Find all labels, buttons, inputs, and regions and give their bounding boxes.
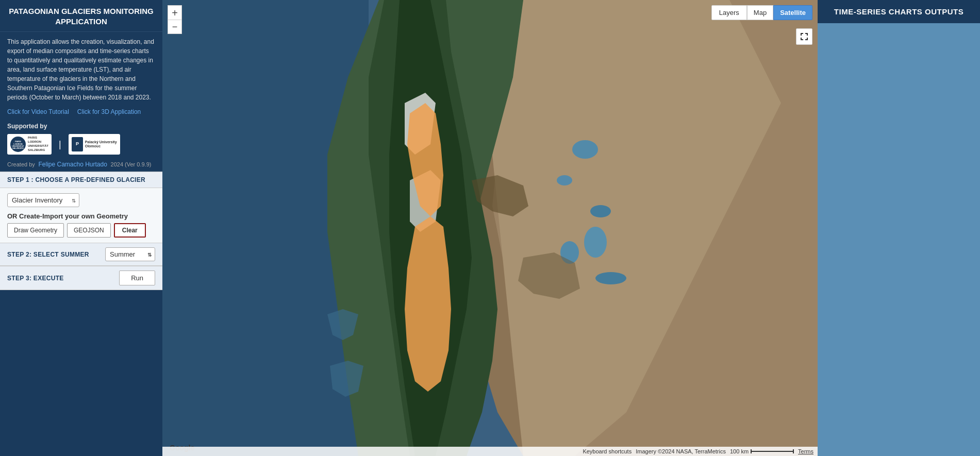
zoom-in-button[interactable]: + (168, 5, 182, 20)
geojson-button[interactable]: GEOJSON (67, 223, 111, 238)
zoom-out-button[interactable]: − (168, 20, 182, 34)
layers-button[interactable]: Layers (711, 5, 747, 20)
scale-bar: 100 km (730, 448, 794, 454)
step1-header: STEP 1 : CHOOSE A PRE-DEFINED GLACIER (0, 172, 162, 188)
satellite-view-button[interactable]: Satellite (773, 5, 812, 20)
svg-text:SALZBURG: SALZBURG (12, 147, 24, 149)
fullscreen-button[interactable] (796, 28, 812, 45)
step2-section: STEP 2: SELECT SUMMER Summer 2018-2019 2… (0, 243, 162, 266)
summer-select[interactable]: Summer 2018-2019 2019-2020 2020-2021 202… (105, 247, 155, 261)
step3-header: STEP 3: EXECUTE Run (0, 266, 162, 290)
keyboard-shortcuts-link[interactable]: Keyboard shortcuts (583, 448, 632, 454)
app-title-line2: APPLICATION (55, 17, 107, 26)
map-bottom-bar: Keyboard shortcuts Imagery ©2024 NASA, T… (162, 447, 818, 456)
or-geometry-label: OR Create-Import your own Geometry (7, 212, 155, 220)
logos-row: PARIS LODRON UNIVERSITÄT SALZBURG PARISL… (0, 132, 162, 159)
glacier-select-wrapper[interactable]: Glacier Inventory Northern Ice Field Sou… (7, 193, 79, 207)
clear-button[interactable]: Clear (114, 223, 146, 238)
svg-point-11 (557, 175, 572, 185)
palacky-logo-text: Palacký UniversityOlomouc (85, 140, 117, 149)
creator-link[interactable]: Felipe Camacho Hurtado (38, 161, 107, 168)
right-panel-content (818, 23, 980, 456)
map-type-controls: Layers Map Satellite (711, 5, 812, 20)
created-by-label: Created by (7, 161, 35, 167)
geometry-btn-row: Draw Geometry GEOJSON Clear (7, 223, 155, 238)
pals-logo: PARIS LODRON UNIVERSITÄT SALZBURG PARISL… (7, 134, 52, 155)
terms-link[interactable]: Terms (798, 448, 813, 454)
created-by: Created by Felipe Camacho Hurtado 2024 (… (0, 159, 162, 172)
step1-header-text: STEP 1 : CHOOSE A PRE-DEFINED GLACIER (7, 176, 145, 183)
draw-geometry-button[interactable]: Draw Geometry (7, 223, 64, 238)
scale-label: 100 km (730, 448, 749, 454)
svg-point-14 (595, 272, 626, 284)
app-title-line1: PATAGONIAN GLACIERS MONITORING (9, 7, 154, 15)
pals-logo-text: PARISLODRONUNIVERSITÄTSALZBURG (28, 136, 48, 152)
step3-header-text: STEP 3: EXECUTE (7, 275, 64, 282)
svg-point-15 (584, 227, 607, 258)
step1-section: STEP 1 : CHOOSE A PRE-DEFINED GLACIER Gl… (0, 172, 162, 243)
svg-point-10 (572, 140, 598, 159)
step2-header: STEP 2: SELECT SUMMER Summer 2018-2019 2… (0, 243, 162, 266)
imagery-credit: Imagery ©2024 NASA, TerraMetrics (636, 448, 726, 454)
glacier-inventory-select[interactable]: Glacier Inventory Northern Ice Field Sou… (7, 193, 79, 207)
map-view-toggle: Map Satellite (747, 5, 812, 20)
supported-by-label: Supported by (0, 120, 162, 132)
svg-text:P: P (76, 141, 79, 146)
right-panel: TIME-SERIES CHARTS OUTPUTS (818, 0, 980, 456)
map-controls: + − (168, 5, 182, 34)
right-panel-title: TIME-SERIES CHARTS OUTPUTS (818, 0, 980, 23)
right-panel-title-text: TIME-SERIES CHARTS OUTPUTS (834, 7, 964, 16)
fullscreen-icon (800, 32, 808, 41)
step2-header-text: STEP 2: SELECT SUMMER (7, 251, 89, 258)
map-view-button[interactable]: Map (747, 5, 773, 20)
map-svg (162, 0, 818, 456)
summer-select-wrapper[interactable]: Summer 2018-2019 2019-2020 2020-2021 202… (105, 247, 155, 261)
links-row: Click for Video Tutorial Click for 3D Ap… (0, 106, 162, 120)
run-button[interactable]: Run (119, 271, 155, 285)
app-version: 2024 (Ver 0.9.9) (111, 161, 152, 167)
step3-section: STEP 3: EXECUTE Run (0, 266, 162, 290)
app-description: This application allows the creation, vi… (0, 32, 162, 106)
video-tutorial-link[interactable]: Click for Video Tutorial (7, 108, 69, 115)
map-area[interactable]: + − Layers Map Satellite Google Keyboard… (162, 0, 818, 456)
step1-content: Glacier Inventory Northern Ice Field Sou… (0, 188, 162, 243)
app-3d-link[interactable]: Click for 3D Application (77, 108, 141, 115)
app-title: PATAGONIAN GLACIERS MONITORING APPLICATI… (0, 0, 162, 32)
app-description-text: This application allows the creation, vi… (7, 38, 154, 101)
svg-point-12 (590, 205, 611, 217)
palacky-logo: P Palacký UniversityOlomouc (69, 134, 120, 155)
pals-logo-circle: PARIS LODRON UNIVERSITÄT SALZBURG (10, 137, 26, 152)
left-panel: PATAGONIAN GLACIERS MONITORING APPLICATI… (0, 0, 162, 456)
